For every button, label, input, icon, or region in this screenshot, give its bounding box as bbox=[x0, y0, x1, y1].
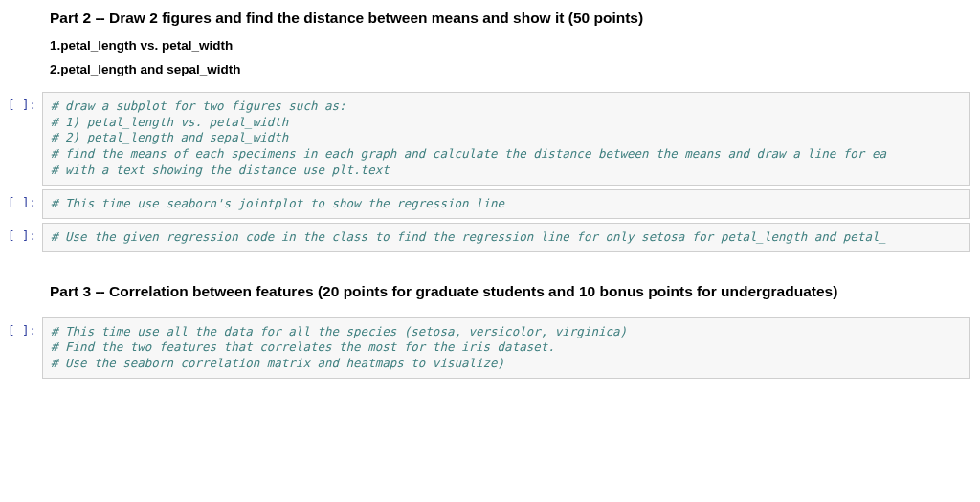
part2-item1: 1.petal_length vs. petal_width bbox=[50, 38, 970, 53]
code-source[interactable]: # This time use seaborn's jointplot to s… bbox=[51, 196, 962, 212]
part3-heading: Part 3 -- Correlation between features (… bbox=[50, 281, 970, 302]
input-prompt: [ ]: bbox=[0, 189, 42, 209]
code-input-area[interactable]: # This time use seaborn's jointplot to s… bbox=[42, 189, 970, 219]
notebook-content: Part 2 -- Draw 2 figures and find the di… bbox=[0, 0, 980, 379]
part2-item2: 2.petal_length and sepal_width bbox=[50, 62, 970, 76]
part2-heading: Part 2 -- Draw 2 figures and find the di… bbox=[50, 8, 970, 29]
code-source[interactable]: # draw a subplot for two figures such as… bbox=[51, 98, 962, 179]
markdown-cell-part3: Part 3 -- Correlation between features (… bbox=[0, 273, 970, 314]
code-cell-2[interactable]: [ ]: # This time use seaborn's jointplot… bbox=[0, 189, 980, 219]
code-input-area[interactable]: # draw a subplot for two figures such as… bbox=[42, 92, 970, 186]
markdown-cell-part2: Part 2 -- Draw 2 figures and find the di… bbox=[0, 0, 970, 88]
code-cell-4[interactable]: [ ]: # This time use all the data for al… bbox=[0, 317, 980, 380]
input-prompt: [ ]: bbox=[0, 92, 42, 112]
code-source[interactable]: # Use the given regression code in the c… bbox=[51, 229, 962, 246]
input-prompt: [ ]: bbox=[0, 223, 42, 243]
code-cell-1[interactable]: [ ]: # draw a subplot for two figures su… bbox=[0, 92, 980, 186]
code-input-area[interactable]: # Use the given regression code in the c… bbox=[42, 223, 970, 252]
code-cell-3[interactable]: [ ]: # Use the given regression code in … bbox=[0, 223, 980, 252]
input-prompt: [ ]: bbox=[0, 317, 42, 338]
code-source[interactable]: # This time use all the data for all the… bbox=[51, 324, 962, 373]
code-input-area[interactable]: # This time use all the data for all the… bbox=[42, 317, 970, 380]
